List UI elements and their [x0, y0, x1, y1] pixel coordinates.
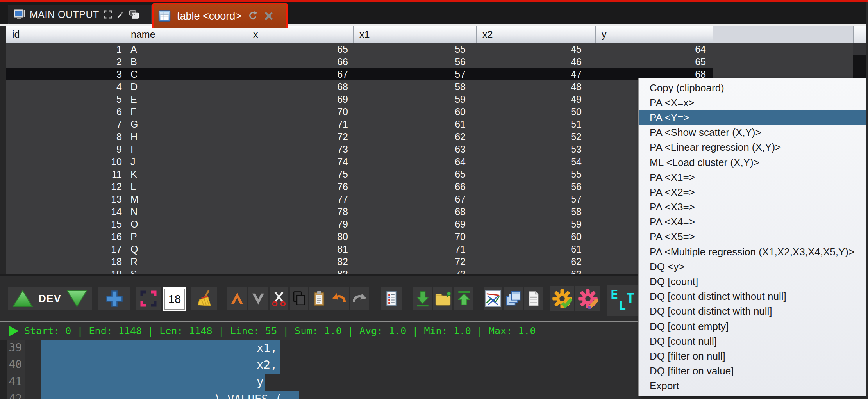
- dev-run-group[interactable]: DEV: [8, 287, 92, 310]
- column-header-y[interactable]: y: [596, 26, 713, 43]
- menu-item[interactable]: DQ [count]: [639, 274, 866, 289]
- cell-name: C: [125, 68, 247, 80]
- move-down-button[interactable]: [248, 287, 268, 310]
- run-down-triangle-icon[interactable]: [66, 289, 88, 308]
- table-row[interactable]: 15O796959: [6, 218, 713, 230]
- editor-gutter-divider: [25, 340, 25, 399]
- menu-item[interactable]: PA <X2=>: [639, 185, 866, 200]
- cell-id: 18: [6, 255, 125, 268]
- open-folder-button[interactable]: [433, 287, 452, 310]
- menu-item[interactable]: Copy (clipboard): [639, 80, 866, 95]
- table-row[interactable]: 8H726252: [6, 130, 713, 143]
- column-header-name[interactable]: name: [125, 26, 247, 43]
- settings-check-button[interactable]: [550, 286, 574, 311]
- table-row[interactable]: 6F706050: [6, 105, 713, 118]
- table-row[interactable]: 3C67574768: [6, 68, 713, 80]
- brush-icon[interactable]: [116, 10, 124, 19]
- cell-name: Q: [125, 243, 247, 255]
- column-header-id[interactable]: id: [6, 26, 125, 43]
- table-row[interactable]: 7G716151: [6, 118, 713, 130]
- cell-name: M: [125, 193, 247, 205]
- export-button[interactable]: [454, 287, 473, 310]
- cut-button[interactable]: [270, 287, 288, 310]
- table-row[interactable]: 18R827262: [6, 255, 713, 268]
- cell-x2: 54: [477, 155, 596, 168]
- cell-name: P: [125, 230, 247, 243]
- column-header-x[interactable]: x: [247, 26, 354, 43]
- undo-button[interactable]: [329, 287, 349, 310]
- settings-edit-button[interactable]: [575, 286, 600, 311]
- table-row[interactable]: 2B66564665: [6, 55, 713, 68]
- copy-button[interactable]: [290, 287, 308, 310]
- menu-item[interactable]: DQ [filter on value]: [639, 364, 866, 379]
- cell-x1: 60: [354, 105, 477, 118]
- table-row[interactable]: 19S837363: [6, 268, 713, 274]
- column-header-x1[interactable]: x1: [354, 26, 477, 43]
- chart-button[interactable]: [484, 287, 502, 310]
- menu-item[interactable]: DQ [count distinct with null]: [639, 304, 866, 319]
- table-row[interactable]: 16P807060: [6, 230, 713, 243]
- add-button[interactable]: [98, 287, 130, 310]
- paste-button[interactable]: [309, 287, 329, 310]
- menu-item[interactable]: DQ <y>: [639, 259, 866, 274]
- cell-id: 6: [6, 105, 125, 118]
- copy-windows-icon[interactable]: [129, 10, 139, 19]
- menu-item[interactable]: DQ [count empty]: [639, 319, 866, 334]
- menu-item[interactable]: DQ [count distinct without null]: [639, 289, 866, 304]
- fullscreen-icon[interactable]: [104, 10, 112, 19]
- new-document-button[interactable]: [524, 287, 543, 310]
- table-row[interactable]: 11K756555: [6, 168, 713, 180]
- elt-button[interactable]: E L T: [607, 285, 638, 316]
- editor-selection: [41, 357, 280, 374]
- run-up-triangle-icon[interactable]: [12, 289, 34, 308]
- menu-item[interactable]: PA <Show scatter (X,Y)>: [639, 125, 866, 140]
- cell-x2: 63: [477, 268, 596, 274]
- import-button[interactable]: [413, 287, 432, 310]
- table-row[interactable]: 13M776757: [6, 193, 713, 205]
- cell-x2: 46: [477, 55, 596, 68]
- cell-x1: 65: [354, 168, 477, 180]
- menu-item[interactable]: PA <X3=>: [639, 200, 866, 215]
- menu-item[interactable]: PA <Multiple regression (X1,X2,X3,X4,X5,…: [639, 244, 866, 259]
- table-row[interactable]: 4D685848: [6, 80, 713, 93]
- table-row[interactable]: 17Q817161: [6, 243, 713, 255]
- cell-x2: 55: [477, 168, 596, 180]
- tab-table-coord[interactable]: table <coord>: [152, 3, 288, 28]
- cell-id: 17: [6, 243, 125, 255]
- table-row[interactable]: 1A65554564: [6, 43, 713, 55]
- menu-item[interactable]: Export: [639, 379, 866, 394]
- redo-icon: [351, 290, 368, 307]
- table-row[interactable]: 5E695949: [6, 93, 713, 105]
- menu-item[interactable]: ML <Load cluster (X,Y)>: [639, 155, 866, 170]
- menu-item[interactable]: PA <X4=>: [639, 215, 866, 230]
- tab-main-output[interactable]: MAIN OUTPUT: [8, 5, 152, 24]
- windows-button[interactable]: [504, 287, 523, 310]
- count-input[interactable]: [164, 289, 185, 310]
- undo-icon: [330, 290, 348, 307]
- menu-item[interactable]: DQ [filter on null]: [639, 349, 866, 363]
- table-row[interactable]: 14N786858: [6, 205, 713, 218]
- redo-button[interactable]: [350, 287, 369, 310]
- menu-item[interactable]: PA <X5=>: [639, 230, 866, 244]
- cell-id: 16: [6, 230, 125, 243]
- cell-name: L: [125, 180, 247, 193]
- clean-button[interactable]: [191, 287, 217, 310]
- reload-icon[interactable]: [248, 11, 258, 21]
- close-icon[interactable]: [264, 11, 273, 21]
- table-row[interactable]: 12L766656: [6, 180, 713, 193]
- scrollbar-thumb[interactable]: [853, 55, 866, 78]
- cell-name: F: [125, 105, 247, 118]
- table-row[interactable]: 9I736353: [6, 143, 713, 155]
- selection-button[interactable]: [136, 287, 161, 310]
- cell-id: 19: [6, 268, 125, 274]
- menu-item[interactable]: DQ [count null]: [639, 334, 866, 349]
- menu-item[interactable]: PA <Linear regression (X,Y)>: [639, 140, 866, 155]
- menu-item[interactable]: PA <Y=>: [639, 110, 866, 125]
- menu-item[interactable]: PA <X=x>: [639, 95, 866, 110]
- cell-id: 15: [6, 218, 125, 230]
- view-log-button[interactable]: [381, 287, 402, 310]
- column-header-x2[interactable]: x2: [477, 26, 596, 43]
- menu-item[interactable]: PA <X1=>: [639, 170, 866, 185]
- move-up-button[interactable]: [227, 287, 247, 310]
- table-row[interactable]: 10J746454: [6, 155, 713, 168]
